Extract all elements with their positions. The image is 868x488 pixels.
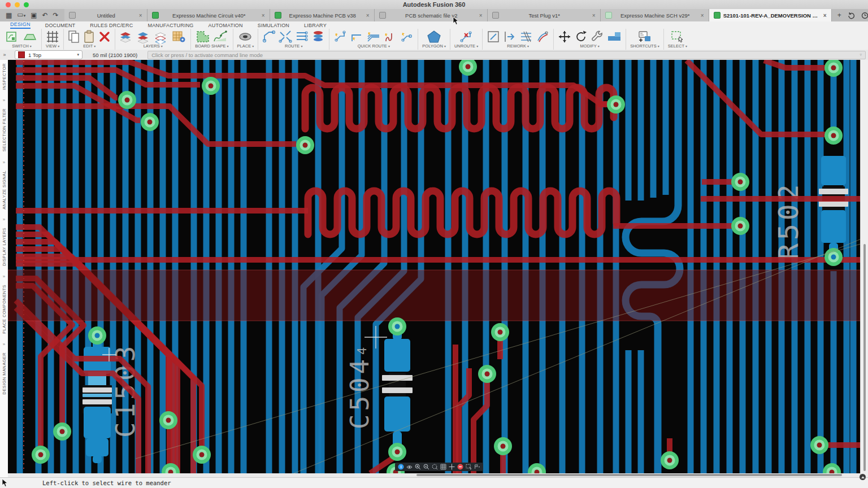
tab-close-icon[interactable]: × [137, 12, 142, 19]
component-pad[interactable] [821, 156, 846, 185]
component-pad[interactable] [821, 210, 846, 243]
quick-route-corner-icon[interactable] [350, 30, 363, 43]
component-pad[interactable] [384, 339, 410, 372]
crosshair-icon[interactable] [449, 464, 455, 470]
board-outline-icon[interactable] [196, 30, 210, 43]
tab-document[interactable]: Test Plug v1*× [488, 9, 601, 21]
move-icon[interactable] [558, 30, 571, 43]
zoom-window-icon[interactable] [432, 464, 438, 470]
redo-icon[interactable]: ↷ [53, 12, 59, 19]
job-clock-icon[interactable] [861, 12, 868, 19]
zoom-out-icon[interactable] [423, 464, 429, 470]
group-unroute[interactable]: UNROUTE ▾ [450, 29, 483, 50]
tab-document[interactable]: Expresso Machine Circuit v40*× [147, 9, 270, 21]
panel-tab-design-manager[interactable]: DESIGN MANAGER [2, 352, 7, 394]
grid-view-icon[interactable] [46, 30, 59, 43]
switch-board-icon[interactable] [23, 30, 37, 43]
zoom-in-icon[interactable] [415, 464, 421, 470]
shortcuts-icon[interactable] [637, 30, 652, 43]
rework-push-icon[interactable] [503, 30, 517, 43]
unroute-icon[interactable] [459, 30, 473, 43]
group-polygon[interactable]: POLYGON ▾ [418, 29, 450, 50]
sync-icon[interactable] [848, 12, 855, 19]
tab-document[interactable]: Untitled× [64, 9, 147, 21]
layer-settings-icon[interactable] [137, 30, 151, 43]
panel-expand-chevron[interactable]: » [0, 52, 9, 58]
select-window-icon[interactable] [466, 464, 472, 470]
info-icon[interactable]: i [398, 464, 404, 470]
layer-dropdown[interactable]: 1 Top ▾ [15, 50, 83, 59]
component-silkscreen[interactable] [819, 201, 848, 207]
file-menu-icon[interactable]: ▭▾ [17, 11, 25, 19]
copy-icon[interactable] [68, 30, 80, 43]
tab-document[interactable]: PCB schematic file v2× [375, 9, 488, 21]
panel-chevron-icon[interactable]: » [3, 98, 5, 103]
route-manual-icon[interactable] [262, 30, 276, 43]
menu-item-simulation[interactable]: SIMULATION [258, 23, 289, 28]
visibility-eye-icon[interactable] [406, 464, 413, 470]
group-place[interactable]: PLACE ▾ [233, 29, 259, 50]
quick-route-via-icon[interactable] [400, 30, 414, 43]
pcb-drawing[interactable]: C1503C5044R502 [8, 60, 868, 473]
group-rework[interactable]: REWORK ▾ [483, 29, 554, 50]
wrench-icon[interactable] [591, 30, 604, 43]
rework-swap-icon[interactable] [536, 30, 549, 43]
app-grid-icon[interactable]: ▦ [6, 12, 12, 19]
place-component-icon[interactable] [238, 30, 253, 43]
component-silkscreen[interactable] [819, 189, 848, 194]
tab-close-icon[interactable]: × [364, 12, 370, 19]
menu-item-design[interactable]: DESIGN [10, 21, 31, 29]
flag-menu-icon[interactable] [474, 464, 480, 470]
quick-route-bus-icon[interactable] [366, 30, 381, 43]
group-board-shape[interactable]: BOARD SHAPE ▾ [191, 29, 233, 50]
component-silkscreen[interactable] [382, 387, 413, 393]
route-multilayer-icon[interactable] [311, 30, 325, 43]
tab-close-icon[interactable]: × [477, 12, 483, 19]
quick-route-icon[interactable] [333, 30, 347, 43]
layer-colors-icon[interactable] [154, 30, 169, 43]
panel-chevron-icon[interactable]: » [3, 274, 5, 279]
group-modify[interactable]: MODIFY ▾ [554, 29, 626, 50]
tab-document[interactable]: Expresso Machine PCB v38× [270, 9, 375, 21]
component-pad[interactable] [86, 438, 108, 456]
component-pad[interactable] [84, 407, 111, 438]
panel-tab-place-components[interactable]: PLACE COMPONENTS [2, 285, 7, 334]
menu-item-document[interactable]: DOCUMENT [45, 23, 76, 28]
vertical-scrollbar[interactable] [860, 60, 868, 477]
switch-schematic-icon[interactable] [6, 30, 20, 43]
layers-stack-icon[interactable] [119, 30, 134, 43]
panel-tab-analyze-signal[interactable]: ANALYZE SIGNAL [2, 171, 7, 210]
tab-close-icon[interactable]: × [259, 12, 265, 19]
save-icon[interactable]: ▣ [31, 12, 37, 19]
group-layers[interactable]: LAYERS ▾ [115, 29, 191, 50]
component-pad[interactable] [384, 396, 410, 432]
polygon-icon[interactable] [427, 30, 441, 43]
rework-spacing-icon[interactable] [519, 30, 533, 43]
tab-close-icon[interactable]: × [821, 12, 827, 19]
component-pad[interactable] [83, 394, 112, 397]
group-route[interactable]: ROUTE ▾ [258, 29, 329, 50]
pcb-canvas[interactable]: C1503C5044R502 [8, 60, 868, 473]
tab-close-icon[interactable]: × [698, 12, 704, 19]
tab-active[interactable]: S2101-101-REV-A_DEMOVERSION (1) v1*× [709, 9, 832, 21]
vertical-scrollbar-thumb[interactable] [863, 244, 866, 471]
panel-tab-display-layers[interactable]: DISPLAY LAYERS [2, 228, 7, 266]
menu-item-library[interactable]: LIBRARY [304, 23, 327, 28]
group-shortcuts[interactable]: SHORTCUTS ▾ [626, 29, 664, 50]
menu-item-rules-drc-erc[interactable]: RULES DRC/ERC [90, 23, 133, 28]
meander-trace-top-layer[interactable] [305, 88, 614, 129]
rotate-icon[interactable] [574, 30, 588, 43]
grid-toggle-icon[interactable] [440, 464, 446, 470]
panel-tab-inspector[interactable]: INSPECTOR [2, 63, 7, 90]
quick-route-meander-icon[interactable] [384, 30, 397, 43]
remove-icon[interactable] [457, 464, 463, 470]
tab-document[interactable]: Expresso Machine SCH v29*× [601, 9, 709, 21]
menu-item-manufacturing[interactable]: MANUFACTURING [147, 23, 193, 28]
panel-chevron-icon[interactable]: » [3, 160, 5, 165]
command-line-input[interactable]: Click or press / to activate command lin… [147, 51, 866, 59]
undo-icon[interactable]: ↶ [42, 12, 48, 19]
layer-grid-gear-icon[interactable] [172, 30, 186, 43]
group-edit[interactable]: EDIT ▾ [64, 29, 115, 50]
group-view[interactable]: VIEW ▾ [42, 29, 64, 50]
group-select[interactable]: SELECT ▾ [664, 29, 691, 50]
